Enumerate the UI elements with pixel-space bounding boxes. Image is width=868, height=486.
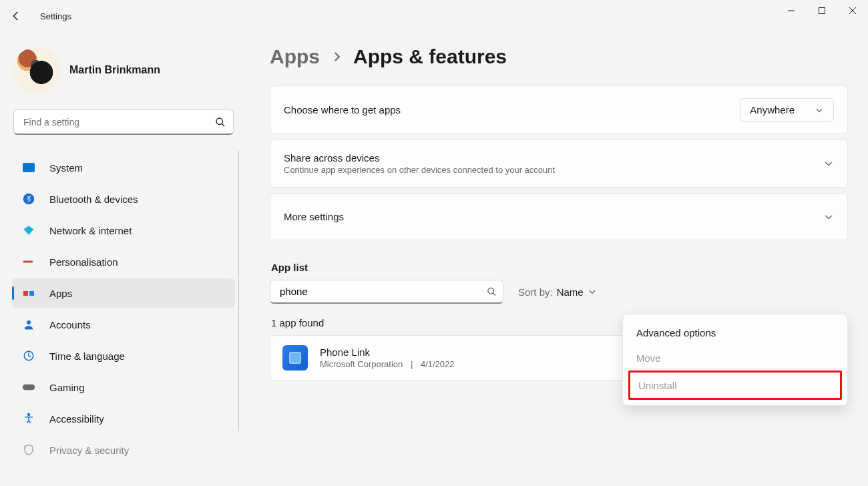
maximize-button[interactable] (807, 0, 837, 21)
network-icon (21, 224, 36, 236)
nav-item-time-language[interactable]: Time & language (12, 341, 235, 371)
breadcrumb: Apps Apps & features (270, 45, 848, 68)
system-icon (21, 163, 36, 172)
svg-point-5 (27, 320, 31, 324)
titlebar: Settings (0, 0, 868, 32)
app-list-search[interactable] (270, 280, 503, 304)
minimize-icon (787, 7, 795, 15)
breadcrumb-parent[interactable]: Apps (270, 45, 320, 68)
app-source-select[interactable]: Anywhere (740, 98, 834, 121)
chevron-right-icon (331, 51, 343, 63)
main: Apps Apps & features Choose where to get… (270, 41, 848, 486)
user-name: Martin Brinkmann (69, 64, 160, 76)
svg-point-9 (488, 288, 494, 294)
nav-item-bluetooth[interactable]: Bluetooth & devices (12, 184, 235, 214)
card-more-settings[interactable]: More settings (270, 193, 848, 240)
card-subtitle: Continue app experiences on other device… (284, 165, 555, 175)
nav-item-personalisation[interactable]: Personalisation (12, 247, 235, 276)
app-context-menu: Advanced options Move Uninstall (622, 314, 848, 406)
nav-label: Apps (49, 288, 72, 299)
nav-item-gaming[interactable]: Gaming (12, 373, 235, 402)
person-icon (21, 318, 36, 330)
maximize-icon (818, 7, 826, 15)
nav-label: Personalisation (49, 256, 118, 268)
card-title: More settings (284, 211, 344, 222)
chevron-down-icon (823, 158, 834, 169)
card-title: Choose where to get apps (284, 104, 401, 115)
window-title: Settings (40, 11, 71, 21)
paintbrush-icon (19, 252, 38, 271)
clock-globe-icon (21, 350, 36, 362)
nav-label: System (49, 162, 83, 174)
nav-label: Gaming (49, 382, 85, 393)
nav-label: Bluetooth & devices (49, 194, 138, 205)
svg-line-10 (493, 293, 495, 296)
close-button[interactable] (837, 0, 868, 21)
search-icon (215, 117, 226, 128)
card-share-devices[interactable]: Share across devices Continue app experi… (270, 140, 848, 188)
nav: System Bluetooth & devices Network & int… (7, 151, 240, 467)
minimize-button[interactable] (776, 0, 807, 21)
chevron-down-icon (823, 212, 834, 222)
app-list-filters: Sort by: Name (270, 280, 848, 304)
ctx-advanced-options[interactable]: Advanced options (628, 320, 842, 345)
nav-item-privacy[interactable]: Privacy & security (12, 435, 235, 465)
ctx-move: Move (628, 345, 842, 371)
app-list-search-input[interactable] (270, 280, 503, 304)
svg-rect-1 (819, 8, 825, 14)
svg-point-8 (28, 414, 30, 416)
app-name: Phone Link (320, 346, 455, 358)
sort-by[interactable]: Sort by: Name (518, 286, 597, 298)
breadcrumb-current: Apps & features (353, 45, 507, 68)
nav-item-system[interactable]: System (12, 153, 235, 182)
nav-item-apps[interactable]: Apps (12, 278, 235, 308)
apps-icon (21, 291, 36, 296)
nav-item-network[interactable]: Network & internet (12, 216, 235, 245)
find-setting-input[interactable] (13, 109, 234, 135)
card-title: Share across devices (284, 152, 555, 164)
chevron-down-icon (588, 287, 597, 296)
select-value: Anywhere (750, 104, 795, 115)
ctx-uninstall[interactable]: Uninstall (630, 373, 840, 398)
nav-item-accessibility[interactable]: Accessibility (12, 404, 235, 433)
app-publisher-line: Microsoft Corporation | 4/1/2022 (320, 359, 455, 369)
user-row[interactable]: Martin Brinkmann (7, 41, 240, 109)
search-icon (487, 287, 497, 297)
back-arrow-icon (10, 10, 22, 22)
nav-label: Time & language (49, 350, 125, 362)
nav-scroll-indicator (238, 151, 239, 431)
chevron-down-icon (815, 105, 824, 115)
bluetooth-icon (21, 193, 36, 205)
svg-rect-7 (23, 385, 35, 390)
phone-link-icon (282, 345, 308, 371)
svg-line-3 (222, 124, 224, 126)
nav-label: Accessibility (49, 413, 104, 425)
sort-label: Sort by: (518, 286, 553, 298)
window-controls (776, 0, 868, 32)
app-list-label: App list (271, 262, 848, 273)
app-publisher: Microsoft Corporation (320, 359, 403, 369)
card-app-source[interactable]: Choose where to get apps Anywhere (270, 85, 848, 134)
nav-label: Privacy & security (49, 445, 129, 456)
back-button[interactable] (0, 10, 32, 22)
uninstall-highlight: Uninstall (628, 371, 842, 400)
sort-value: Name (557, 286, 584, 298)
app-date: 4/1/2022 (421, 359, 455, 369)
accessibility-icon (21, 413, 36, 425)
gamepad-icon (21, 381, 36, 393)
nav-label: Network & internet (49, 225, 132, 236)
svg-point-2 (216, 118, 222, 124)
find-setting-search[interactable] (13, 109, 234, 135)
shield-icon (21, 444, 36, 456)
separator: | (411, 359, 413, 369)
sidebar: Martin Brinkmann System Bluetooth & devi… (0, 41, 247, 486)
avatar (13, 47, 60, 93)
nav-label: Accounts (49, 319, 91, 330)
close-icon (849, 7, 857, 15)
nav-item-accounts[interactable]: Accounts (12, 310, 235, 339)
